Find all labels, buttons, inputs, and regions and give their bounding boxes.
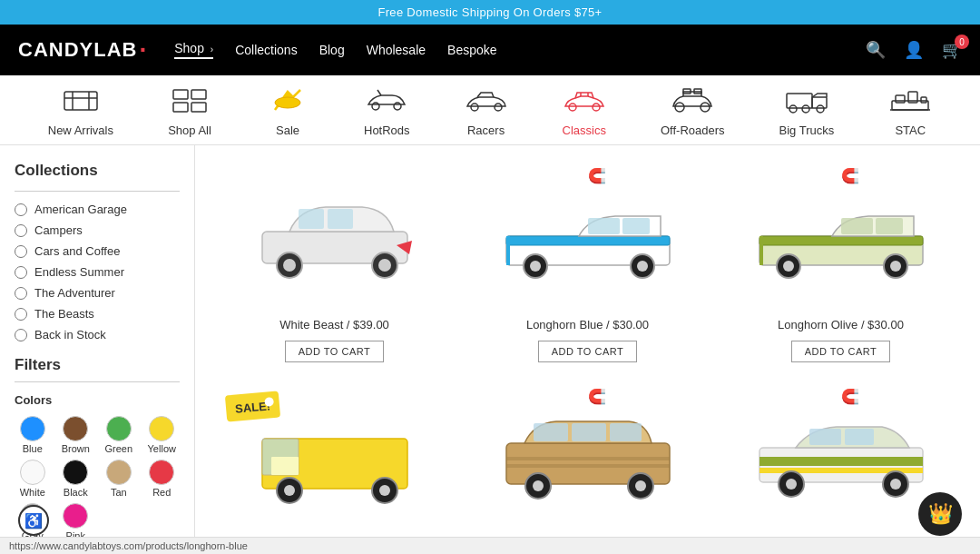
color-name-black: Black — [64, 487, 88, 498]
logo-dot: · — [139, 35, 147, 64]
collection-radio-the-beasts[interactable] — [15, 308, 27, 321]
svg-point-55 — [890, 261, 901, 272]
color-swatch-green[interactable]: Green — [101, 416, 137, 454]
support-chat-button[interactable]: 👑 — [918, 492, 962, 536]
color-swatch-pink[interactable]: Pink — [58, 503, 94, 541]
color-name-red: Red — [152, 487, 171, 498]
svg-point-13 — [569, 104, 576, 111]
cat-big-trucks[interactable]: Big Trucks — [779, 84, 835, 137]
collection-item-the-adventurer[interactable]: The Adventurer — [15, 286, 180, 300]
product-image-sale-item[interactable]: SALE! — [217, 384, 452, 529]
svg-point-73 — [635, 480, 646, 491]
svg-rect-65 — [534, 423, 568, 441]
collection-radio-campers[interactable] — [15, 224, 27, 237]
color-swatch-red[interactable]: Red — [144, 460, 181, 498]
cat-stac[interactable]: STAC — [888, 84, 932, 137]
accessibility-icon: ♿ — [24, 512, 43, 529]
support-icon: 👑 — [928, 502, 953, 526]
big-trucks-icon — [785, 84, 828, 120]
svg-rect-51 — [876, 218, 903, 234]
cat-label-new-arrivals: New Arrivals — [48, 124, 113, 137]
shop-all-icon — [168, 84, 211, 120]
svg-point-24 — [802, 105, 809, 113]
logo[interactable]: CANDYLAB · — [18, 35, 147, 64]
collection-radio-the-adventurer[interactable] — [15, 287, 27, 300]
color-swatch-blue[interactable]: Blue — [15, 416, 51, 454]
hotrods-icon — [365, 84, 408, 120]
product-image-longhorn-blue[interactable]: 🧲 — [470, 163, 705, 309]
collection-item-american-garage[interactable]: American Garage — [15, 203, 180, 216]
sale-tag: SALE! — [225, 391, 280, 421]
cat-classics[interactable]: Classics — [563, 84, 606, 137]
collection-item-back-in-stock[interactable]: Back in Stock — [15, 328, 180, 341]
svg-rect-66 — [572, 423, 606, 441]
svg-point-44 — [530, 261, 541, 272]
product-image-woody-blue[interactable]: 🧲 — [470, 384, 705, 529]
svg-rect-77 — [809, 429, 841, 445]
svg-point-46 — [637, 261, 648, 272]
collection-radio-endless-summer[interactable] — [15, 266, 27, 279]
nav-blog[interactable]: Blog — [319, 43, 345, 57]
svg-rect-29 — [921, 97, 926, 103]
svg-point-12 — [495, 104, 502, 111]
cat-label-classics: Classics — [563, 124, 606, 137]
svg-rect-50 — [841, 218, 873, 234]
cart-wrapper[interactable]: 🛒 0 — [942, 40, 962, 60]
product-title-white-beast: White Beast / $39.00 — [279, 318, 389, 331]
color-swatch-black[interactable]: Black — [58, 460, 94, 498]
svg-point-9 — [372, 103, 379, 110]
cat-off-roaders[interactable]: Off-Roaders — [661, 84, 725, 137]
collection-label-campers: Campers — [34, 223, 83, 237]
search-icon[interactable]: 🔍 — [866, 40, 886, 60]
collection-label-the-adventurer: The Adventurer — [34, 286, 115, 300]
svg-point-20 — [701, 103, 710, 112]
stac-icon — [888, 84, 932, 120]
color-swatch-brown[interactable]: Brown — [58, 416, 94, 454]
cat-shop-all[interactable]: Shop All — [168, 84, 211, 137]
nav-bespoke[interactable]: Bespoke — [447, 43, 496, 57]
add-to-cart-longhorn-olive[interactable]: ADD TO CART — [791, 341, 890, 362]
magnet-icon-woody: 🧲 — [588, 388, 606, 405]
collection-item-endless-summer[interactable]: Endless Summer — [15, 265, 180, 279]
collection-item-campers[interactable]: Campers — [15, 223, 180, 237]
color-swatch-yellow[interactable]: Yellow — [144, 416, 181, 454]
sale-icon — [266, 84, 309, 120]
collection-label-endless-summer: Endless Summer — [34, 265, 124, 279]
product-image-white-beast[interactable] — [217, 163, 452, 309]
car-svg-longhorn-olive — [750, 191, 932, 282]
collection-item-the-beasts[interactable]: The Beasts — [15, 307, 180, 321]
racers-icon — [465, 84, 508, 120]
top-banner: Free Domestic Shipping On Orders $75+ — [0, 0, 980, 25]
add-to-cart-longhorn-blue[interactable]: ADD TO CART — [538, 341, 637, 362]
cat-new-arrivals[interactable]: New Arrivals — [48, 84, 113, 137]
header: CANDYLAB · Shop › Collections Blog Whole… — [0, 25, 980, 75]
nav-wholesale[interactable]: Wholesale — [367, 43, 426, 57]
collection-radio-american-garage[interactable] — [15, 203, 27, 216]
main-layout: Collections American Garage Campers Cars… — [0, 145, 980, 554]
svg-rect-33 — [328, 209, 353, 229]
cat-racers[interactable]: Racers — [465, 84, 508, 137]
product-image-longhorn-olive[interactable]: 🧲 — [723, 163, 958, 309]
collection-radio-cars-and-coffee[interactable] — [15, 245, 27, 258]
add-to-cart-white-beast[interactable]: ADD TO CART — [285, 341, 384, 362]
account-icon[interactable]: 👤 — [904, 40, 924, 60]
collection-radio-back-in-stock[interactable] — [15, 329, 27, 341]
svg-point-35 — [283, 259, 296, 272]
collection-item-cars-and-coffee[interactable]: Cars and Coffee — [15, 244, 180, 258]
accessibility-button[interactable]: ♿ — [18, 505, 49, 536]
logo-text: CANDYLAB — [18, 38, 137, 62]
colors-label: Colors — [15, 393, 180, 407]
new-arrivals-icon — [59, 84, 103, 120]
nav-collections[interactable]: Collections — [235, 43, 297, 57]
color-swatch-white[interactable]: White — [15, 460, 51, 498]
svg-rect-0 — [64, 92, 97, 110]
svg-point-71 — [533, 480, 544, 491]
svg-rect-47 — [506, 236, 510, 265]
color-swatch-tan[interactable]: Tan — [101, 460, 137, 498]
collection-label-the-beasts: The Beasts — [34, 307, 94, 321]
cat-hotrods[interactable]: HotRods — [364, 84, 410, 137]
svg-rect-68 — [506, 457, 670, 460]
nav-shop[interactable]: Shop › — [174, 41, 213, 59]
cat-sale[interactable]: Sale — [266, 84, 309, 137]
cat-label-big-trucks: Big Trucks — [779, 124, 835, 137]
